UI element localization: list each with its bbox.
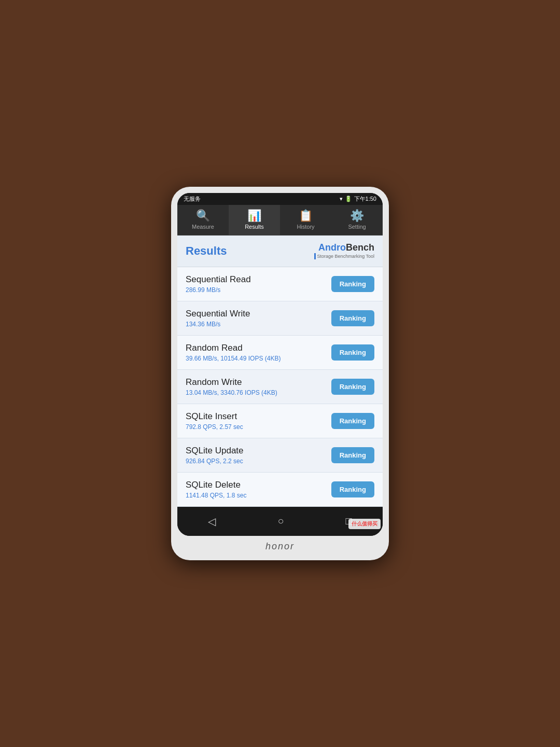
result-name: Random Write: [186, 377, 331, 388]
tab-measure-label: Measure: [192, 224, 214, 230]
brand-name: AndroBench: [314, 243, 374, 253]
watermark: 什么值得买: [348, 519, 381, 529]
brand-bar-icon: [314, 253, 316, 259]
tab-results-label: Results: [245, 224, 264, 230]
result-value: 792.8 QPS, 2.57 sec: [186, 423, 331, 431]
phone-brand-label: honor: [177, 536, 383, 554]
result-info: SQLite Delete 1141.48 QPS, 1.8 sec: [186, 480, 331, 499]
result-name: SQLite Delete: [186, 480, 331, 490]
phone-frame: 无服务 ▾ 🔋 下午1:50 🔍 Measure 📊 Results 📋 His…: [171, 187, 389, 560]
setting-icon: ⚙️: [350, 210, 364, 222]
result-row: Random Write 13.04 MB/s, 3340.76 IOPS (4…: [177, 370, 383, 404]
result-info: Random Read 39.66 MB/s, 10154.49 IOPS (4…: [186, 343, 331, 362]
result-row: SQLite Insert 792.8 QPS, 2.57 sec Rankin…: [177, 404, 383, 438]
home-button[interactable]: ○: [267, 513, 294, 529]
result-name: Sequential Write: [186, 309, 331, 319]
result-value: 39.66 MB/s, 10154.49 IOPS (4KB): [186, 355, 331, 362]
results-header: Results AndroBench Storage Benchmarking …: [177, 236, 383, 267]
ranking-button[interactable]: Ranking: [331, 344, 374, 361]
tab-measure[interactable]: 🔍 Measure: [177, 205, 229, 235]
tab-results[interactable]: 📊 Results: [229, 205, 280, 235]
back-button[interactable]: ◁: [198, 513, 226, 530]
wifi-icon: ▾: [340, 196, 343, 202]
result-info: SQLite Update 926.84 QPS, 2.2 sec: [186, 446, 331, 465]
result-value: 286.99 MB/s: [186, 286, 331, 294]
result-name: SQLite Insert: [186, 411, 331, 422]
result-name: Random Read: [186, 343, 331, 353]
time-label: 下午1:50: [354, 195, 376, 203]
main-content: Results AndroBench Storage Benchmarking …: [177, 236, 383, 507]
result-row: SQLite Delete 1141.48 QPS, 1.8 sec Ranki…: [177, 473, 383, 507]
result-value: 926.84 QPS, 2.2 sec: [186, 458, 331, 465]
brand-part1: Andro: [318, 242, 346, 253]
tab-setting-label: Setting: [348, 224, 366, 230]
result-name: Sequential Read: [186, 274, 331, 285]
history-icon: 📋: [299, 210, 313, 222]
tab-setting[interactable]: ⚙️ Setting: [331, 205, 383, 235]
measure-icon: 🔍: [196, 210, 210, 222]
nav-tabs: 🔍 Measure 📊 Results 📋 History ⚙️ Setting: [177, 205, 383, 236]
tab-history-label: History: [297, 224, 314, 230]
tab-history[interactable]: 📋 History: [280, 205, 331, 235]
phone-screen: 无服务 ▾ 🔋 下午1:50 🔍 Measure 📊 Results 📋 His…: [177, 193, 383, 536]
result-row: SQLite Update 926.84 QPS, 2.2 sec Rankin…: [177, 438, 383, 473]
results-icon: 📊: [247, 210, 261, 222]
ranking-button[interactable]: Ranking: [331, 310, 374, 326]
result-info: SQLite Insert 792.8 QPS, 2.57 sec: [186, 411, 331, 431]
status-bar: 无服务 ▾ 🔋 下午1:50: [177, 193, 383, 205]
result-value: 13.04 MB/s, 3340.76 IOPS (4KB): [186, 389, 331, 396]
result-row: Random Read 39.66 MB/s, 10154.49 IOPS (4…: [177, 336, 383, 370]
carrier-label: 无服务: [184, 195, 201, 203]
result-row: Sequential Read 286.99 MB/s Ranking: [177, 267, 383, 301]
results-list: Sequential Read 286.99 MB/s Ranking Sequ…: [177, 267, 383, 507]
brand-subtitle: Storage Benchmarking Tool: [314, 253, 374, 259]
result-name: SQLite Update: [186, 446, 331, 456]
ranking-button[interactable]: Ranking: [331, 447, 374, 463]
result-info: Random Write 13.04 MB/s, 3340.76 IOPS (4…: [186, 377, 331, 396]
battery-icon: 🔋: [345, 196, 352, 202]
status-right: ▾ 🔋 下午1:50: [340, 195, 376, 203]
results-title: Results: [186, 244, 227, 258]
brand-logo: AndroBench Storage Benchmarking Tool: [314, 243, 374, 259]
result-value: 1141.48 QPS, 1.8 sec: [186, 492, 331, 499]
brand-part2: Bench: [346, 242, 374, 253]
result-info: Sequential Write 134.36 MB/s: [186, 309, 331, 328]
result-row: Sequential Write 134.36 MB/s Ranking: [177, 301, 383, 336]
ranking-button[interactable]: Ranking: [331, 481, 374, 497]
ranking-button[interactable]: Ranking: [331, 276, 374, 292]
result-value: 134.36 MB/s: [186, 321, 331, 328]
result-info: Sequential Read 286.99 MB/s: [186, 274, 331, 294]
ranking-button[interactable]: Ranking: [331, 413, 374, 429]
ranking-button[interactable]: Ranking: [331, 379, 374, 395]
brand-sub-text: Storage Benchmarking Tool: [317, 254, 374, 259]
